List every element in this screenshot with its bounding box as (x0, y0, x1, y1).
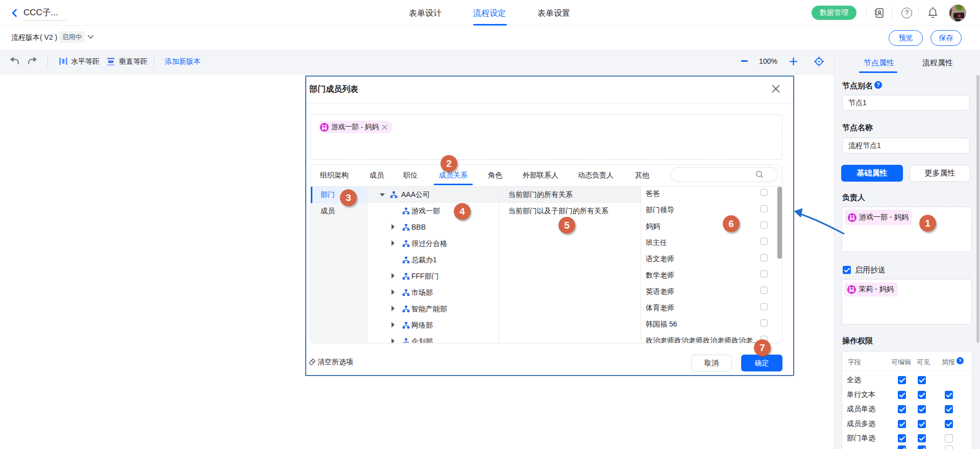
svg-text:?: ? (959, 358, 962, 363)
svg-text:?: ? (876, 82, 879, 88)
